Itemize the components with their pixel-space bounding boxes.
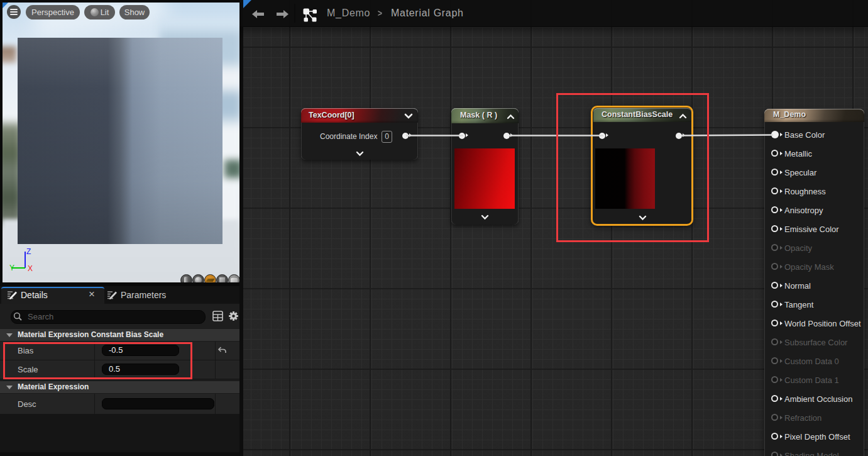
svg-text:X: X [28, 264, 33, 273]
svg-text:Y: Y [9, 264, 14, 272]
svg-text:Z: Z [26, 247, 31, 256]
